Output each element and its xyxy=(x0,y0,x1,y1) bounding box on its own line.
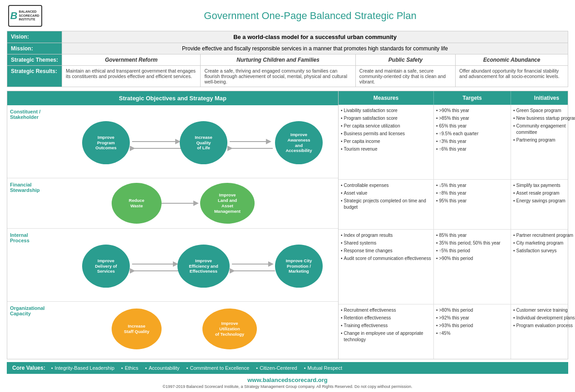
constituent-label: Constituent /Stakeholder xyxy=(7,105,57,178)
data-row-internal: Index of program results Shared systems … xyxy=(339,230,568,304)
target-item: ↑9.5% each quarter xyxy=(436,131,508,137)
target-item: 35% this period; 50% this year xyxy=(436,240,508,246)
initiative-item: Individual development plans xyxy=(513,315,575,321)
logo: B BALANCED SCORECARD INSTITUTE xyxy=(7,5,43,27)
measure-item: Tourism revenue xyxy=(341,146,431,152)
initiatives-internal: Partner recruitment program City marketi… xyxy=(511,230,575,304)
target-item: ↑45% xyxy=(436,330,508,337)
node-reduce-waste: ReduceWaste xyxy=(112,183,162,224)
initiative-item: New business startup program xyxy=(513,115,575,122)
initiatives-financial: Simplify tax payments Asset resale progr… xyxy=(511,180,575,229)
constituent-row: Constituent /Stakeholder xyxy=(7,105,338,178)
cv-item-0: Integrity-Based Leadership xyxy=(51,365,114,371)
target-item: 85% this year xyxy=(436,232,508,239)
node-increase-quality: IncreaseQualityof Life xyxy=(180,121,227,164)
themes-row: Strategic Themes: Government Reform Nurt… xyxy=(7,54,568,66)
measure-item: Strategic projects completed on time and… xyxy=(341,198,431,211)
initiative-item: Partnering program xyxy=(513,137,575,143)
constituent-diagram: ImproveProgramOutcomes IncreaseQualityof… xyxy=(57,105,338,178)
measures-org: Recruitment effectiveness Retention effe… xyxy=(339,304,434,359)
measure-item: Shared systems xyxy=(341,240,431,246)
strategy-map-header: Strategic Objectives and Strategy Map xyxy=(7,91,338,105)
measure-item: Recruitment effectiveness xyxy=(341,307,431,314)
result-3: Create and maintain a safe, secure commu… xyxy=(355,66,455,87)
measure-item: Controllable expenses xyxy=(341,182,431,189)
vision-label: Vision: xyxy=(7,31,62,43)
org-diagram: IncreaseStaff Quality ImproveUtilization… xyxy=(57,302,338,356)
footer-url[interactable]: www.balancedscorecard.org xyxy=(7,377,568,383)
target-item: >93% this period xyxy=(436,323,508,329)
node-improve-efficiency: ImproveEfficiency andEffectiveness xyxy=(177,245,230,288)
target-item: >90% this period xyxy=(436,255,508,262)
measures-constituent: Livability satisfaction score Program sa… xyxy=(339,105,434,179)
cv-item-4: Citizen-Centered xyxy=(256,365,297,371)
initiatives-org: Customer service training Individual dev… xyxy=(511,304,575,359)
logo-text: BALANCED SCORECARD INSTITUTE xyxy=(19,10,39,21)
results-row: Strategic Results: Maintain an ethical a… xyxy=(7,66,568,87)
internal-diagram: ImproveDelivery ofServices ImproveEffici… xyxy=(57,229,338,301)
cv-item-1: Ethics xyxy=(121,365,138,371)
initiative-item: City marketing program xyxy=(513,240,575,246)
measure-item: Index of program results xyxy=(341,232,431,239)
themes-label: Strategic Themes: xyxy=(7,54,62,66)
initiative-item: Simplify tax payments xyxy=(513,182,575,189)
target-item: 95% this year xyxy=(436,198,508,204)
result-1: Maintain an ethical and transparent gove… xyxy=(62,66,201,87)
measure-item: Training effectiveness xyxy=(341,323,431,329)
footer: www.balancedscorecard.org ©1997-2019 Bal… xyxy=(7,377,568,389)
core-values-items: Integrity-Based Leadership Ethics Accoun… xyxy=(51,365,342,371)
core-values-label: Core Values: xyxy=(12,365,45,371)
mission-label: Mission: xyxy=(7,43,62,54)
financial-arrows xyxy=(57,178,338,228)
col-headers: Measures Targets Initiatives xyxy=(339,91,568,105)
financial-diagram: ReduceWaste ImproveLand andAssetManageme… xyxy=(57,178,338,228)
initiative-item: Green Space program xyxy=(513,108,575,114)
node-improve-utilization: ImproveUtilizationof Technology xyxy=(202,309,257,349)
cv-item-5: Mutual Respect xyxy=(304,365,342,371)
measure-item: Retention effectiveness xyxy=(341,315,431,321)
initiative-item: Community engagement committee xyxy=(513,123,575,136)
initiative-item: Program evaluation process xyxy=(513,323,575,329)
target-item: ↑3% this year xyxy=(436,138,508,145)
target-item: >90% this year xyxy=(436,108,508,114)
targets-org: >80% this period >92% this year >93% thi… xyxy=(434,304,511,359)
vision-text: Be a world-class model for a successful … xyxy=(62,31,568,43)
targets-financial: ↓5% this year ↑8% this year 95% this yea… xyxy=(434,180,511,229)
target-item: >80% this period xyxy=(436,307,508,314)
internal-label: InternalProcess xyxy=(7,229,57,301)
target-item: ↑5% this period xyxy=(436,248,508,254)
logo-b-letter: B xyxy=(10,10,18,22)
core-values: Core Values: Integrity-Based Leadership … xyxy=(7,362,568,374)
top-table: Vision: Be a world-class model for a suc… xyxy=(7,31,568,87)
cv-item-2: Accountability xyxy=(145,365,180,371)
theme-2: Nurturing Children and Families xyxy=(201,54,355,66)
result-2: Create a safe, thriving and engaged comm… xyxy=(201,66,355,87)
mission-text: Provide effective and fiscally responsib… xyxy=(62,43,568,54)
measures-header: Measures xyxy=(339,91,434,105)
page: B BALANCED SCORECARD INSTITUTE Governmen… xyxy=(0,0,575,392)
targets-header: Targets xyxy=(434,91,511,105)
theme-3: Public Safety xyxy=(355,54,455,66)
measures-financial: Controllable expenses Asset value Strate… xyxy=(339,180,434,229)
mission-row: Mission: Provide effective and fiscally … xyxy=(7,43,568,54)
measure-item: Per capita income xyxy=(341,138,431,145)
targets-internal: 85% this year 35% this period; 50% this … xyxy=(434,230,511,304)
financial-row: FinancialStewardship ReduceWaste Improve… xyxy=(7,178,338,229)
theme-4: Economic Abundance xyxy=(456,54,568,66)
strategy-map: Strategic Objectives and Strategy Map Co… xyxy=(7,91,339,359)
measure-item: Livability satisfaction score xyxy=(341,108,431,114)
data-row-constituent: Livability satisfaction score Program sa… xyxy=(339,105,568,180)
initiative-item: Energy savings program xyxy=(513,198,575,204)
measure-item: Change in employee use of appropriate te… xyxy=(341,330,431,343)
logo-box: B BALANCED SCORECARD INSTITUTE xyxy=(8,5,42,27)
node-increase-staff: IncreaseStaff Quality xyxy=(112,309,162,349)
results-label: Strategic Results: xyxy=(7,66,62,87)
target-item: ↑8% this year xyxy=(436,190,508,196)
initiatives-header: Initiatives xyxy=(511,91,575,105)
measure-item: Program satisfaction score xyxy=(341,115,431,122)
target-item: ↑6% this year xyxy=(436,146,508,152)
measure-item: Per capita service utilization xyxy=(341,123,431,129)
org-label: OrganizationalCapacity xyxy=(7,302,57,356)
vision-row: Vision: Be a world-class model for a suc… xyxy=(7,31,568,43)
initiative-item: Customer service training xyxy=(513,307,575,314)
